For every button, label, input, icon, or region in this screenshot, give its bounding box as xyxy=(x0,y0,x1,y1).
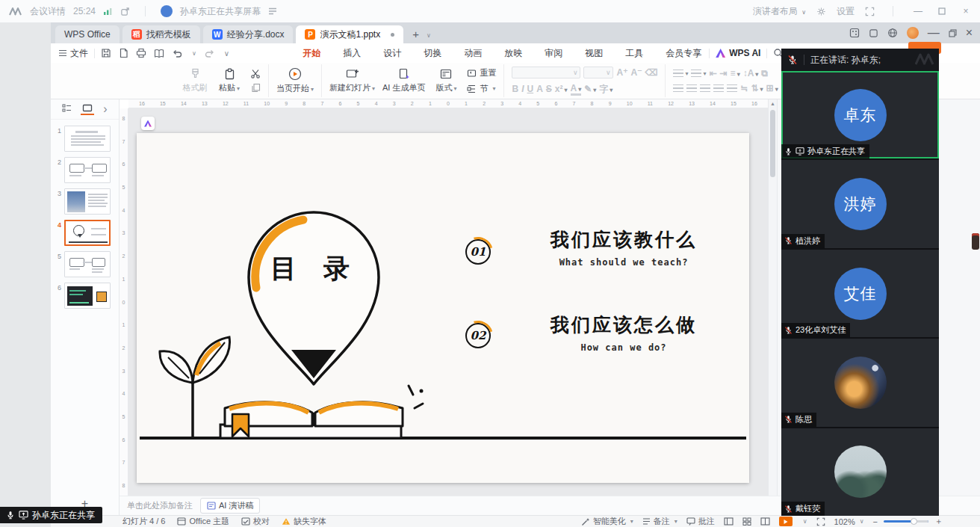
video-tile-daiyuying[interactable]: 戴钰荧 xyxy=(781,427,939,516)
menu-view[interactable]: 视图 xyxy=(583,44,604,63)
settings-button[interactable]: 设置 xyxy=(837,5,855,18)
sharing-menu-icon[interactable] xyxy=(268,7,277,15)
wps-ai-floating-button[interactable] xyxy=(141,117,155,130)
print-icon[interactable] xyxy=(136,48,146,58)
tab-list-chevron[interactable]: ∨ xyxy=(427,32,431,39)
zoom-level[interactable]: 102%∨ xyxy=(834,517,864,526)
wps-close-button[interactable]: × xyxy=(966,26,973,40)
meeting-close-button[interactable]: × xyxy=(959,4,973,18)
bullets-button[interactable]: ▾ xyxy=(673,70,688,78)
meeting-details-link[interactable]: 会议详情 xyxy=(30,5,66,18)
superscript-button[interactable]: x²▾ xyxy=(555,84,568,94)
font-color-button[interactable]: A▾ xyxy=(571,83,582,96)
ai-generate-page-button[interactable]: AI 生成单页 xyxy=(382,68,425,93)
toc-item-2-subtitle[interactable]: How can we do? xyxy=(536,342,712,353)
theme-button[interactable]: Office 主题 xyxy=(177,516,229,527)
notes-toggle-button[interactable]: 备注▾ xyxy=(642,516,677,527)
justify-button[interactable] xyxy=(713,84,724,93)
slide-thumb-3[interactable]: 3 xyxy=(51,188,119,215)
line-spacing-button[interactable]: ≡▾ xyxy=(731,68,740,78)
video-tile-zhihongting[interactable]: 洪婷 植洪婷 xyxy=(781,158,939,247)
normal-view-button[interactable] xyxy=(724,517,734,526)
undo-icon[interactable] xyxy=(172,49,183,58)
beautify-button[interactable]: 智能美化▾ xyxy=(581,516,633,527)
tab-docer-template[interactable]: 稻 找稻壳模板 xyxy=(122,25,200,43)
new-slide-button[interactable]: 新建幻灯片▾ xyxy=(329,68,375,93)
copy-icon[interactable] xyxy=(250,83,261,93)
print-preview-icon[interactable] xyxy=(154,49,164,58)
account-avatar[interactable] xyxy=(907,27,919,39)
decrease-indent-button[interactable]: ⇤ xyxy=(709,68,716,78)
slideshow-play-dropdown[interactable]: ∨ xyxy=(803,518,807,525)
video-tile-chensi[interactable]: 陈思 xyxy=(781,337,939,426)
slide-sorter-view-button[interactable] xyxy=(742,517,751,526)
tab-docx[interactable]: W 经验分享.docx xyxy=(203,25,294,43)
increase-indent-button[interactable]: ⇥ xyxy=(720,68,728,78)
popout-icon[interactable] xyxy=(120,7,130,16)
zoom-out-button[interactable]: − xyxy=(873,517,878,526)
reading-view-button[interactable] xyxy=(760,517,770,526)
panel-collapse-chevron[interactable]: › xyxy=(103,102,107,116)
speaker-layout-button[interactable]: 演讲者布局 ∨ xyxy=(753,5,806,18)
wps-minimize-button[interactable]: — xyxy=(928,26,940,40)
file-menu[interactable]: 文件 xyxy=(51,47,88,60)
fullscreen-icon[interactable] xyxy=(865,7,875,16)
menu-review[interactable]: 审阅 xyxy=(543,44,564,63)
convert-smartart-button[interactable]: ⧉ xyxy=(761,68,768,78)
outline-view-toggle[interactable] xyxy=(62,104,72,114)
cut-icon[interactable] xyxy=(250,69,261,78)
clear-format-button[interactable]: ⌫ xyxy=(645,67,657,78)
menu-slideshow[interactable]: 放映 xyxy=(503,44,524,63)
toc-item-1-number[interactable]: 01 xyxy=(465,239,491,265)
slide-canvas[interactable]: 目 录 01 我们应该教什么 What should we teach? 02 … xyxy=(137,133,749,483)
reset-button[interactable]: 重置 xyxy=(467,67,496,78)
my-mic-muted-icon[interactable] xyxy=(787,55,798,65)
column-settings-button[interactable]: ≒ xyxy=(740,83,748,93)
italic-button[interactable]: I xyxy=(521,84,524,94)
toc-item-1-subtitle[interactable]: What should we teach? xyxy=(536,257,712,268)
paste-button[interactable]: 粘贴▾ xyxy=(216,68,243,93)
video-tile-sunzhuodong[interactable]: 卓东 孙卓东正在共享 xyxy=(781,71,939,158)
toc-item-2-title[interactable]: 我们应该怎么做 xyxy=(536,312,712,337)
undo-dropdown[interactable]: ∨ xyxy=(192,50,196,57)
menu-design[interactable]: 设计 xyxy=(382,44,403,63)
zoom-slider[interactable]: − ＋ xyxy=(873,516,943,527)
video-tile-liuaijia[interactable]: 艾佳 23化卓刘艾佳 xyxy=(781,248,939,337)
vertical-scrollbar[interactable]: ▲ xyxy=(768,99,777,496)
zoom-in-button[interactable]: ＋ xyxy=(934,516,943,527)
align-objects-button[interactable]: ⊞▾ xyxy=(766,83,778,93)
sharing-status-badge[interactable]: 孙卓东正在共享 xyxy=(0,507,102,523)
increase-font-button[interactable]: A⁺ xyxy=(616,67,627,78)
menu-member[interactable]: 会员专享 xyxy=(664,44,703,63)
section-button[interactable]: 节▾ xyxy=(467,83,496,94)
meeting-minimize-button[interactable]: — xyxy=(911,4,925,18)
menu-animation[interactable]: 动画 xyxy=(462,44,483,63)
globe-icon[interactable] xyxy=(887,28,898,38)
underline-button[interactable]: U xyxy=(527,84,534,94)
numbering-button[interactable]: ▾ xyxy=(691,70,706,78)
toc-item-2-number[interactable]: 02 xyxy=(465,323,491,348)
wps-restore-button[interactable] xyxy=(949,29,957,37)
slide-thumb-4[interactable]: 4 xyxy=(51,220,119,246)
comments-button[interactable]: 批注 xyxy=(686,516,715,527)
font-family-select[interactable]: ∨ xyxy=(512,67,580,78)
more-font-button[interactable]: 字▾ xyxy=(599,83,612,96)
align-center-button[interactable] xyxy=(686,84,697,93)
workspace-icon[interactable] xyxy=(869,28,878,38)
distribute-button[interactable] xyxy=(727,84,737,93)
menu-wps-ai[interactable]: WPS AI xyxy=(716,48,760,58)
slide-thumb-2[interactable]: 2 xyxy=(51,157,119,183)
missing-font-warning[interactable]: 缺失字体 xyxy=(282,516,326,527)
proofing-button[interactable]: 校对 xyxy=(241,516,270,527)
slide-thumb-5[interactable]: 5 xyxy=(51,251,119,277)
meeting-maximize-button[interactable] xyxy=(935,4,949,18)
new-tab-button[interactable]: + xyxy=(412,28,419,40)
align-right-button[interactable] xyxy=(700,84,710,93)
char-border-button[interactable]: A xyxy=(536,84,543,94)
highlight-color-button[interactable]: ✎▾ xyxy=(584,84,596,94)
slide-view-toggle[interactable] xyxy=(82,104,93,114)
slide-layout-button[interactable]: 版式▾ xyxy=(432,69,459,93)
slide-thumb-6[interactable]: 6 xyxy=(51,283,119,309)
quickbar-collapse-chevron[interactable]: ∨ xyxy=(224,49,229,58)
text-direction-button[interactable]: ↕A▾ xyxy=(743,68,759,78)
